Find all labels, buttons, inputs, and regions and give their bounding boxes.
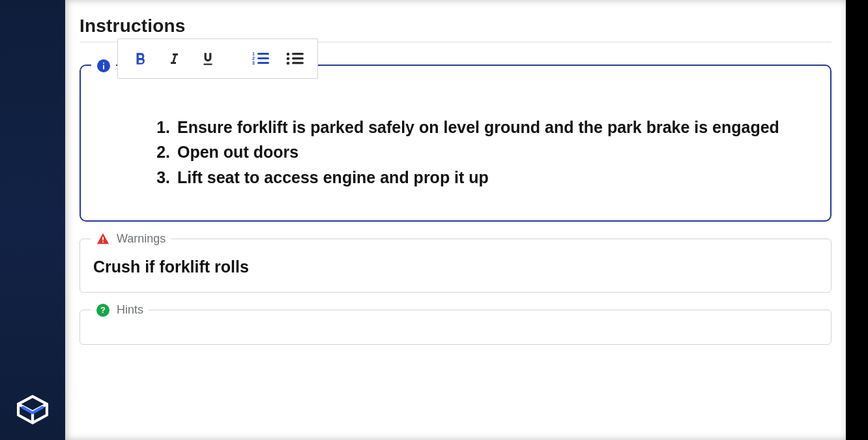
list-item[interactable]: Open out doors bbox=[175, 140, 807, 164]
svg-point-6 bbox=[287, 53, 290, 56]
underline-button[interactable] bbox=[195, 46, 221, 72]
svg-rect-9 bbox=[292, 53, 304, 55]
svg-rect-4 bbox=[257, 57, 269, 59]
hints-legend: ? Hints bbox=[91, 301, 149, 319]
warnings-label: Warnings bbox=[117, 232, 166, 246]
svg-point-8 bbox=[287, 62, 290, 65]
svg-point-7 bbox=[287, 57, 290, 61]
svg-rect-10 bbox=[292, 57, 304, 59]
svg-rect-13 bbox=[103, 63, 104, 64]
ordered-list-button[interactable]: 1 2 3 bbox=[248, 46, 274, 72]
list-item[interactable]: Ensure forklift is parked safely on leve… bbox=[175, 115, 807, 139]
instructions-editor-card[interactable]: 1 2 3 bbox=[80, 65, 832, 222]
info-icon bbox=[96, 59, 111, 73]
svg-text:2: 2 bbox=[252, 56, 255, 61]
svg-rect-14 bbox=[103, 65, 104, 70]
right-margin bbox=[846, 0, 868, 440]
svg-text:3: 3 bbox=[252, 61, 255, 65]
svg-rect-3 bbox=[257, 53, 269, 55]
svg-rect-16 bbox=[102, 241, 104, 242]
hints-card[interactable]: ? Hints bbox=[80, 310, 832, 345]
svg-rect-15 bbox=[102, 237, 104, 241]
warnings-legend: Warnings bbox=[91, 230, 171, 248]
svg-rect-5 bbox=[257, 62, 269, 64]
bold-button[interactable] bbox=[127, 46, 153, 72]
svg-text:?: ? bbox=[100, 305, 106, 315]
warning-icon bbox=[96, 232, 110, 246]
page-title: Instructions bbox=[80, 16, 832, 37]
instructions-legend bbox=[91, 57, 116, 75]
instructions-editor-body[interactable]: Ensure forklift is parked safely on leve… bbox=[81, 66, 830, 220]
page-panel: Instructions bbox=[65, 0, 846, 440]
svg-rect-11 bbox=[292, 62, 304, 64]
rich-text-toolbar: 1 2 3 bbox=[117, 38, 318, 79]
sidebar-rail bbox=[0, 0, 65, 440]
app-logo-icon bbox=[15, 393, 50, 428]
svg-text:1: 1 bbox=[252, 51, 255, 56]
instructions-ordered-list[interactable]: Ensure forklift is parked safely on leve… bbox=[104, 115, 807, 189]
unordered-list-button[interactable] bbox=[282, 46, 308, 72]
italic-button[interactable] bbox=[161, 46, 187, 72]
warnings-text: Crush if forklift rolls bbox=[93, 257, 818, 276]
list-item[interactable]: Lift seat to access engine and prop it u… bbox=[175, 166, 807, 189]
hints-label: Hints bbox=[117, 303, 143, 317]
hint-icon: ? bbox=[96, 303, 110, 317]
warnings-card[interactable]: Warnings Crush if forklift rolls bbox=[80, 239, 832, 293]
